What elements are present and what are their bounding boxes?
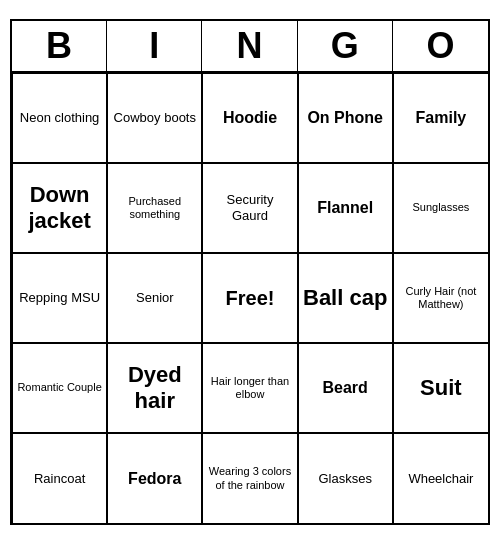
bingo-cell: Purchased something — [107, 163, 202, 253]
bingo-cell: Fedora — [107, 433, 202, 523]
bingo-letter: I — [107, 21, 202, 71]
bingo-cell: Dyed hair — [107, 343, 202, 433]
bingo-cell: Ball cap — [298, 253, 393, 343]
bingo-cell: Neon clothing — [12, 73, 107, 163]
bingo-cell: Wheelchair — [393, 433, 488, 523]
bingo-cell: Hair longer than elbow — [202, 343, 297, 433]
bingo-header: BINGO — [12, 21, 488, 73]
bingo-letter: O — [393, 21, 488, 71]
bingo-cell: Glaskses — [298, 433, 393, 523]
bingo-cell: Raincoat — [12, 433, 107, 523]
bingo-cell: Hoodie — [202, 73, 297, 163]
bingo-cell: Wearing 3 colors of the rainbow — [202, 433, 297, 523]
bingo-letter: N — [202, 21, 297, 71]
bingo-cell: Romantic Couple — [12, 343, 107, 433]
bingo-card: BINGO Neon clothingCowboy bootsHoodieOn … — [10, 19, 490, 525]
bingo-cell: Flannel — [298, 163, 393, 253]
bingo-cell: Security Gaurd — [202, 163, 297, 253]
bingo-cell: Family — [393, 73, 488, 163]
bingo-cell: Free! — [202, 253, 297, 343]
bingo-cell: Cowboy boots — [107, 73, 202, 163]
bingo-cell: Down jacket — [12, 163, 107, 253]
bingo-cell: On Phone — [298, 73, 393, 163]
bingo-cell: Sunglasses — [393, 163, 488, 253]
bingo-grid: Neon clothingCowboy bootsHoodieOn PhoneF… — [12, 73, 488, 523]
bingo-cell: Senior — [107, 253, 202, 343]
bingo-cell: Suit — [393, 343, 488, 433]
bingo-letter: G — [298, 21, 393, 71]
bingo-letter: B — [12, 21, 107, 71]
bingo-cell: Repping MSU — [12, 253, 107, 343]
bingo-cell: Curly Hair (not Matthew) — [393, 253, 488, 343]
bingo-cell: Beard — [298, 343, 393, 433]
